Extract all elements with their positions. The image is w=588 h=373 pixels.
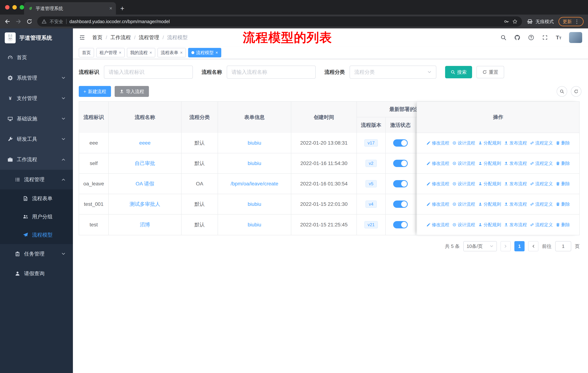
browser-tab[interactable]: 芋道管理系统 × [24,2,116,15]
design-process-link[interactable]: 设计流程 [452,161,475,166]
tag-close-icon[interactable]: × [215,50,218,55]
process-name-link[interactable]: eeee [139,140,151,146]
form-info-link[interactable]: biubiu [248,161,261,166]
tag-home[interactable]: 首页 [79,48,94,57]
browser-menu-icon[interactable]: ⋮ [574,19,579,25]
goto-page-input[interactable] [555,241,571,251]
github-icon[interactable] [514,34,520,40]
assign-rule-link[interactable]: 分配规则 [478,222,501,228]
next-page-button[interactable] [528,241,538,251]
sidebar-item-user-group[interactable]: 用户分组 [0,208,73,226]
activation-toggle[interactable] [393,180,408,187]
modify-process-link[interactable]: 修改流程 [426,161,449,166]
sidebar-item-leave-query[interactable]: 请假查询 [0,264,73,283]
create-process-button[interactable]: + 新建流程 [79,86,111,97]
process-definition-link[interactable]: 流程定义 [530,201,553,207]
publish-process-link[interactable]: 发布流程 [504,181,527,187]
publish-process-link[interactable]: 发布流程 [504,222,527,228]
maximize-window-button[interactable] [20,5,24,10]
sidebar-item-process-management[interactable]: 流程管理 [0,170,73,189]
sidebar-item-infrastructure[interactable]: 基础设施 [0,109,73,129]
form-info-link[interactable]: biubiu [248,201,261,207]
refresh-table-button[interactable] [571,86,581,97]
reset-button[interactable]: 重置 [476,66,504,78]
minimize-window-button[interactable] [12,5,17,10]
sidebar-item-home[interactable]: 首页 [0,47,73,68]
modify-process-link[interactable]: 修改流程 [426,140,449,146]
fullscreen-icon[interactable] [542,34,548,40]
reload-icon[interactable] [26,18,32,25]
design-process-link[interactable]: 设计流程 [452,181,475,187]
tag-close-icon[interactable]: × [180,50,183,55]
process-name-input[interactable] [227,66,316,79]
modify-process-link[interactable]: 修改流程 [426,222,449,228]
activation-toggle[interactable] [393,221,408,228]
process-definition-link[interactable]: 流程定义 [530,140,553,146]
sidebar-fold-icon[interactable] [79,34,86,41]
process-name-link[interactable]: 自己审批 [135,160,155,167]
sidebar-item-workflow[interactable]: 工作流程 [0,149,73,170]
process-definition-link[interactable]: 流程定义 [530,181,553,187]
sidebar-item-system[interactable]: 系统管理 [0,68,73,88]
delete-process-link[interactable]: 删除 [556,222,570,228]
form-info-link[interactable]: biubiu [248,140,261,146]
delete-process-link[interactable]: 删除 [556,161,570,166]
sidebar-item-process-form[interactable]: 流程表单 [0,189,73,208]
activation-toggle[interactable] [393,160,408,167]
modify-process-link[interactable]: 修改流程 [426,201,449,207]
address-bar[interactable]: 不安全 dashboard.yudao.iocoder.cn/bpm/manag… [37,16,522,27]
delete-process-link[interactable]: 删除 [556,140,570,146]
design-process-link[interactable]: 设计流程 [452,222,475,228]
password-key-icon[interactable] [504,19,509,24]
assign-rule-link[interactable]: 分配规则 [478,161,501,166]
breadcrumb-item[interactable]: 首页 [92,34,102,41]
modify-process-link[interactable]: 修改流程 [426,181,449,187]
tag-close-icon[interactable]: × [149,50,152,55]
assign-rule-link[interactable]: 分配规则 [478,201,501,207]
current-page-button[interactable]: 1 [514,241,525,251]
page-size-select[interactable]: 10条/页 [463,241,497,251]
help-icon[interactable] [528,34,534,40]
assign-rule-link[interactable]: 分配规则 [478,140,501,146]
breadcrumb-item[interactable]: 流程管理 [139,34,159,41]
prev-page-button[interactable] [501,241,511,251]
new-tab-button[interactable]: + [120,5,124,12]
form-info-link[interactable]: biubiu [248,222,261,228]
delete-process-link[interactable]: 删除 [556,181,570,187]
back-icon[interactable] [4,18,10,25]
process-name-link[interactable]: OA 请假 [136,180,154,187]
form-info-link[interactable]: /bpm/oa/leave/create [231,181,278,187]
tab-close-icon[interactable]: × [109,5,112,11]
process-definition-link[interactable]: 流程定义 [530,161,553,166]
bookmark-star-icon[interactable] [512,19,518,24]
close-window-button[interactable] [5,5,10,10]
design-process-link[interactable]: 设计流程 [452,140,475,146]
activation-toggle[interactable] [393,201,408,208]
import-process-button[interactable]: 导入流程 [115,86,149,97]
delete-process-link[interactable]: 删除 [556,201,570,207]
assign-rule-link[interactable]: 分配规则 [478,181,501,187]
activation-toggle[interactable] [393,139,408,147]
tag-process-form[interactable]: 流程表单 × [158,48,186,57]
tag-my-process[interactable]: 我的流程 × [127,48,155,57]
sidebar-item-process-model[interactable]: 流程模型 [0,226,73,244]
process-category-select[interactable]: 流程分类 [350,66,436,79]
user-avatar[interactable] [569,32,582,43]
sidebar-item-task-management[interactable]: 任务管理 [0,244,73,264]
sidebar-item-dev-tools[interactable]: 研发工具 [0,129,73,149]
process-name-link[interactable]: 滔博 [140,221,150,228]
publish-process-link[interactable]: 发布流程 [504,201,527,207]
breadcrumb-item[interactable]: 工作流程 [110,34,131,41]
design-process-link[interactable]: 设计流程 [452,201,475,207]
browser-update-button[interactable]: 更新 ⋮ [558,17,584,26]
tag-tenant-management[interactable]: 租户管理 × [96,48,125,57]
toggle-search-button[interactable] [557,86,567,97]
sidebar-item-payment[interactable]: 支付管理 [0,88,73,109]
forward-icon[interactable] [15,18,21,25]
search-icon[interactable] [500,34,506,40]
process-key-input[interactable] [104,66,193,79]
publish-process-link[interactable]: 发布流程 [504,161,527,166]
tag-process-model[interactable]: 流程模型 × [188,48,221,57]
publish-process-link[interactable]: 发布流程 [504,140,527,146]
search-button[interactable]: 搜索 [445,66,472,78]
